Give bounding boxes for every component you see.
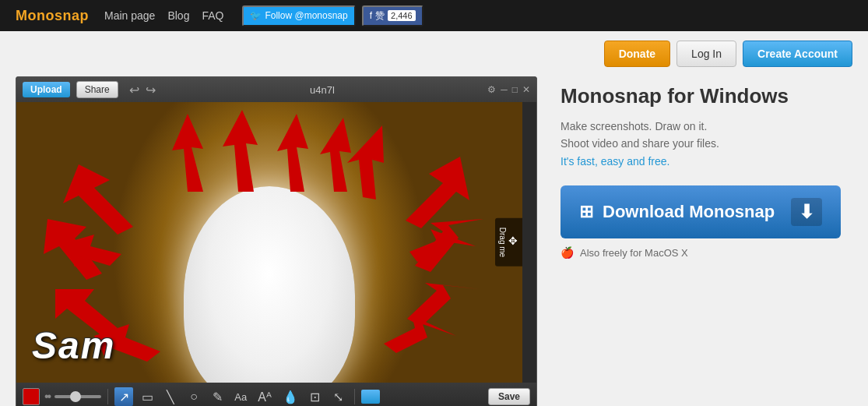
arrow-11 xyxy=(406,157,469,228)
promo-line1-text: Make screenshots. Draw on it. xyxy=(561,120,707,132)
promo-title: Monosnap for Windows xyxy=(561,84,852,108)
maximize-icon[interactable]: □ xyxy=(512,84,518,95)
editor-image-area: Sam ✥ Drag me xyxy=(16,102,522,383)
size-slider[interactable] xyxy=(54,395,101,398)
donate-button[interactable]: Donate xyxy=(604,41,670,67)
right-panel: Monosnap for Windows Make screenshots. D… xyxy=(561,76,852,406)
editor-container: Upload Share ↩ ↪ u4n7l ⚙ ─ □ ✕ xyxy=(16,76,537,406)
line-tool[interactable]: ╲ xyxy=(161,387,180,406)
dog-background: Sam xyxy=(16,102,522,383)
twitter-label: Follow @monosnap xyxy=(265,10,347,21)
arrow-14 xyxy=(384,316,456,353)
settings-icon[interactable]: ⚙ xyxy=(487,84,496,95)
download-label: Download Monosnap xyxy=(603,202,775,222)
tool-separator-dots: •• xyxy=(44,390,50,404)
color-picker[interactable] xyxy=(23,388,40,405)
fb-label: 赞 xyxy=(375,9,385,23)
promo-line1: Make screenshots. Draw on it. xyxy=(561,118,852,135)
sam-label: Sam xyxy=(32,324,115,367)
arrow-9 xyxy=(320,118,351,192)
download-arrow-icon: ⬇ xyxy=(791,198,822,226)
facebook-like-button[interactable]: f 赞 2,446 xyxy=(362,5,423,26)
save-button[interactable]: Save xyxy=(488,388,530,405)
share-button[interactable]: Share xyxy=(76,81,118,98)
minimize-icon[interactable]: ─ xyxy=(501,84,508,95)
top-nav: Monosnap Main page Blog FAQ 🐦 Follow @mo… xyxy=(0,0,868,31)
arrow-15 xyxy=(409,229,476,262)
arrow-2 xyxy=(44,219,102,280)
mac-line: 🍎 Also freely for MacOS X xyxy=(561,246,852,259)
login-button[interactable]: Log In xyxy=(676,41,736,67)
create-account-button[interactable]: Create Account xyxy=(743,41,852,67)
logo: Monosnap xyxy=(16,8,89,24)
twitter-follow-button[interactable]: 🐦 Follow @monosnap xyxy=(242,5,355,26)
drag-tab[interactable]: ✥ Drag me xyxy=(495,218,522,267)
promo-line3: It's fast, easy and free. xyxy=(561,153,852,170)
undo-button[interactable]: ↩ xyxy=(128,83,141,97)
editor-window: Upload Share ↩ ↪ u4n7l ⚙ ─ □ ✕ xyxy=(16,76,537,406)
editor-titlebar: Upload Share ↩ ↪ u4n7l ⚙ ─ □ ✕ xyxy=(16,77,536,102)
editor-filename: u4n7l xyxy=(163,84,482,96)
rectangle-tool[interactable]: ▭ xyxy=(138,387,156,406)
text-large-tool[interactable]: Aᴬ xyxy=(255,387,275,406)
arrow-12 xyxy=(415,219,483,272)
main-content: Upload Share ↩ ↪ u4n7l ⚙ ─ □ ✕ xyxy=(0,76,868,406)
editor-toolbar: •• ↗ ▭ ╲ ○ ✎ Aa Aᴬ 💧 ⊡ ⤡ Save xyxy=(16,383,536,406)
redo-button[interactable]: ↪ xyxy=(144,83,157,97)
arrow-tool[interactable]: ↗ xyxy=(114,387,133,406)
drag-icon: ✥ xyxy=(507,228,519,254)
circle-tool[interactable]: ○ xyxy=(184,387,203,406)
nav-faq[interactable]: FAQ xyxy=(202,9,223,22)
promo-line2: Shoot video and share your files. xyxy=(561,135,852,152)
arrow-7 xyxy=(223,110,258,192)
editor-history: ↩ ↪ xyxy=(128,83,157,97)
blur-tool[interactable]: 💧 xyxy=(279,387,301,406)
toolbar-separator-2 xyxy=(354,389,355,404)
facebook-icon: f xyxy=(370,10,372,21)
twitter-icon: 🐦 xyxy=(250,10,262,21)
text-small-tool[interactable]: Aa xyxy=(231,387,250,406)
close-icon[interactable]: ✕ xyxy=(522,84,530,95)
arrow-5 xyxy=(67,235,121,267)
apple-icon: 🍎 xyxy=(561,246,574,259)
fb-count: 2,446 xyxy=(388,10,416,21)
pencil-tool[interactable]: ✎ xyxy=(208,387,227,406)
windows-icon: ⊞ xyxy=(579,202,593,222)
arrow-13 xyxy=(407,283,480,327)
editor-title-icons: ⚙ ─ □ ✕ xyxy=(487,84,530,95)
size-slider-thumb[interactable] xyxy=(70,391,81,402)
mac-label: Also freely for MacOS X xyxy=(580,247,688,259)
nav-main-page[interactable]: Main page xyxy=(104,9,155,22)
nav-social: 🐦 Follow @monosnap f 赞 2,446 xyxy=(242,5,423,26)
resize-tool[interactable]: ⤡ xyxy=(329,387,348,406)
toolbar-separator-1 xyxy=(107,389,108,404)
arrow-1 xyxy=(63,164,133,235)
arrow-10 xyxy=(347,125,384,199)
arrow-8 xyxy=(277,114,308,192)
upload-button[interactable]: Upload xyxy=(23,82,70,97)
nav-blog[interactable]: Blog xyxy=(167,9,189,22)
arrow-6 xyxy=(172,114,203,192)
download-button[interactable]: ⊞ Download Monosnap ⬇ xyxy=(561,185,841,238)
header-bar: Donate Log In Create Account xyxy=(0,31,868,76)
drag-label: Drag me xyxy=(498,228,507,257)
nav-links: Main page Blog FAQ xyxy=(104,9,223,22)
screenshot-preview[interactable] xyxy=(361,390,380,404)
promo-description: Make screenshots. Draw on it. Shoot vide… xyxy=(561,118,852,170)
crop-tool[interactable]: ⊡ xyxy=(306,387,325,406)
dog-body xyxy=(184,186,355,383)
